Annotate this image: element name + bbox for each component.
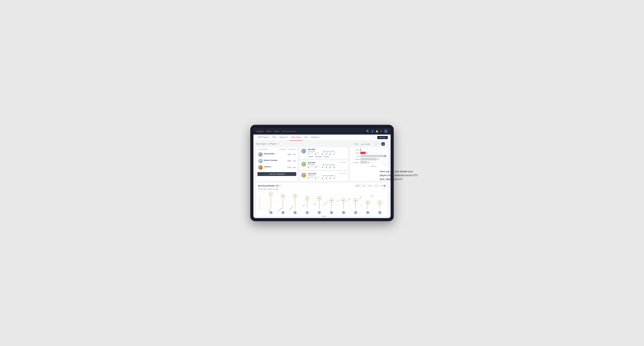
svg-text:7x: 7x bbox=[270, 193, 272, 194]
subnav-all-players[interactable]: All Players bbox=[310, 135, 321, 141]
svg-text:3x: 3x bbox=[379, 202, 380, 203]
settings-icon[interactable]: ⚙ bbox=[380, 130, 382, 133]
nav-home[interactable]: Home bbox=[266, 130, 271, 133]
player-card-1[interactable]: Rees Britt Total Rounds Tournament 7 bbox=[299, 147, 348, 159]
player-score-1: 19/20 bbox=[287, 154, 291, 155]
tablet-frame: clippd Home Teams My Performance 🔍 👤 🔔 ⚙… bbox=[250, 125, 394, 221]
filter-arg[interactable]: ARG bbox=[367, 184, 373, 187]
person-icon[interactable]: 👤 bbox=[371, 130, 374, 133]
bar-row-dbogeys: D. Bogeys + 131 bbox=[351, 161, 386, 164]
player-avg-2: 107 bbox=[293, 160, 296, 162]
col-pb-avg: PB AVG SQ bbox=[288, 149, 296, 150]
table-view-btn[interactable]: ↕ bbox=[385, 142, 388, 146]
stat-practice-val-1: 6 bbox=[315, 154, 319, 155]
show-controls: Show Last 3 months Last 6 months Last ye… bbox=[354, 142, 388, 146]
leaderboard-panel: PLAYER NAME PB SCORE PB AVG SQ 1 bbox=[256, 147, 298, 181]
player-dot-avatar-3 bbox=[306, 211, 309, 214]
card-view-btn[interactable]: ▦ bbox=[382, 142, 385, 146]
sub-nav: PGAT Players PGA Hcaps 1-5 Team Clippd T… bbox=[254, 135, 390, 141]
view-leaderboard-button[interactable]: View Full Leaderboard bbox=[258, 172, 296, 176]
user-avatar[interactable]: 👤 bbox=[384, 129, 388, 133]
edit-icon[interactable]: ✏ bbox=[278, 143, 279, 145]
player-info-2: Edward Crossman ♦ bbox=[264, 159, 287, 163]
player-card-2[interactable]: Rees Britt 02 Sep 2023 Total Rounds Tour… bbox=[299, 160, 348, 170]
player-name-3: Cameron... bbox=[264, 166, 287, 168]
bar-fill-eagles bbox=[360, 149, 361, 151]
y-axis-label: Best Streak, Fairway Accuracy bbox=[259, 196, 260, 210]
subnav-team-clippd[interactable]: Team Clippd bbox=[289, 135, 302, 141]
player-dot-avatar-4 bbox=[318, 211, 321, 214]
bar-label-birdies: Birdies bbox=[351, 152, 360, 154]
svg-text:3x: 3x bbox=[367, 202, 368, 203]
card-avatar-3 bbox=[301, 173, 306, 177]
stat-activity-cols-1: OTT 0 APP 0 ARG bbox=[322, 152, 336, 155]
bar-value-bogeys: 311 bbox=[377, 159, 379, 160]
bar-fill-bogeys bbox=[360, 158, 376, 161]
search-icon[interactable]: 🔍 bbox=[366, 130, 369, 133]
stat-tournament-col-1: Tournament 7 bbox=[308, 152, 314, 155]
player-scores-2: 18/20 107 bbox=[287, 160, 296, 162]
nav-teams[interactable]: Teams bbox=[274, 130, 280, 133]
nav-my-performance[interactable]: My Performance bbox=[282, 130, 296, 133]
bar-row-eagles: Eagles 3 bbox=[351, 149, 386, 151]
svg-text:6x: 6x bbox=[294, 195, 296, 197]
bar-fill-pars bbox=[360, 155, 386, 157]
period-select[interactable]: Last 3 months Last 6 months Last year bbox=[359, 143, 374, 146]
streaks-title: Best Round Streaks bbox=[258, 185, 275, 187]
svg-text:R. Butler: R. Butler bbox=[358, 196, 362, 200]
card-stats-3: Total Rounds Tournament 7 Practice bbox=[308, 175, 346, 179]
subnav-pga[interactable]: PGA bbox=[270, 135, 278, 141]
avatar-icon: 👤 bbox=[385, 130, 387, 132]
filter-ott[interactable]: OTT bbox=[355, 184, 360, 187]
bar-fill-dbogeys bbox=[360, 161, 367, 164]
top-nav: clippd Home Teams My Performance 🔍 👤 🔔 ⚙… bbox=[254, 128, 390, 135]
bar-row-pars: Pars 499 bbox=[351, 155, 386, 157]
bar-container-birdies: 96 bbox=[360, 152, 386, 154]
player-icon-2: ♦ bbox=[264, 161, 287, 163]
player-card-3[interactable]: Josh Coles 26 Aug 2023 Total Rounds Tour… bbox=[299, 171, 348, 181]
dot-plot-svg: 7xE. Ebert6xB. McHarg6xD. Billingham5xJ.… bbox=[265, 192, 386, 209]
grid-view-btn[interactable]: ⊞ bbox=[374, 142, 378, 146]
card-avatar-2 bbox=[301, 162, 306, 167]
dot-plot-columns: 7xE. Ebert6xB. McHarg6xD. Billingham5xJ.… bbox=[265, 192, 386, 209]
x-label-200: 200 bbox=[372, 164, 374, 166]
filter-putt[interactable]: PUTT bbox=[374, 184, 380, 187]
player-dot-avatar-1 bbox=[282, 211, 284, 214]
player-scores-1: 19/20 110 bbox=[287, 154, 296, 155]
avatars-row bbox=[265, 211, 386, 214]
players-panel: Rees Britt Total Rounds Tournament 7 bbox=[299, 147, 348, 181]
arrow-right-icon bbox=[380, 184, 386, 187]
svg-text:R. Britt: R. Britt bbox=[313, 202, 316, 205]
bar-label-pars: Pars bbox=[351, 155, 360, 157]
player-dot-avatar-5 bbox=[330, 211, 333, 214]
arrow-left-icon bbox=[276, 184, 281, 187]
bar-value-birdies: 96 bbox=[366, 152, 368, 154]
bell-icon[interactable]: 🔔 bbox=[376, 130, 378, 133]
bar-value-dbogeys: 131 bbox=[368, 162, 370, 163]
player-name-2: Edward Crossman bbox=[264, 159, 287, 161]
subnav-hcaps[interactable]: Hcaps 1-5 bbox=[278, 135, 290, 141]
player-avg-3: 103 bbox=[293, 167, 296, 168]
chart-x-axis: 0 200 400 bbox=[351, 164, 386, 166]
player-dot-avatar-2 bbox=[294, 211, 296, 214]
card-stats-2: Total Rounds Tournament 8 Practice bbox=[308, 164, 346, 169]
bar-value-pars: 499 bbox=[384, 156, 386, 157]
view-icons: ⊞ ☰ ▦ ↕ bbox=[374, 142, 388, 146]
list-view-btn[interactable]: ☰ bbox=[378, 142, 381, 146]
filter-app[interactable]: APP bbox=[361, 184, 366, 187]
content-grid: PLAYER NAME PB SCORE PB AVG SQ 1 bbox=[256, 147, 388, 181]
add-team-button[interactable]: Add Team bbox=[377, 136, 388, 139]
bar-container-dbogeys: 131 bbox=[360, 161, 386, 164]
logo: clippd bbox=[256, 130, 264, 133]
player-dot-avatar-9 bbox=[378, 211, 381, 214]
bar-fill-birdies bbox=[360, 152, 366, 154]
table-row[interactable]: 3 Cameron... ♦ 17/20 103 bbox=[258, 164, 296, 171]
nav-icons: 🔍 👤 🔔 ⚙ 👤 bbox=[366, 129, 388, 133]
subnav-tour[interactable]: Tour bbox=[302, 135, 310, 141]
player-dot-avatar-8 bbox=[366, 211, 369, 214]
subnav-pgat[interactable]: PGAT Players bbox=[256, 135, 270, 141]
player-scores-3: 17/20 103 bbox=[287, 167, 296, 168]
table-row[interactable]: 1 Richard Butler ♦ 19/20 110 bbox=[258, 151, 296, 158]
table-row[interactable]: 2 Edward Crossman ♦ 18/20 107 bbox=[258, 158, 296, 164]
bar-container-bogeys: 311 bbox=[360, 158, 386, 161]
